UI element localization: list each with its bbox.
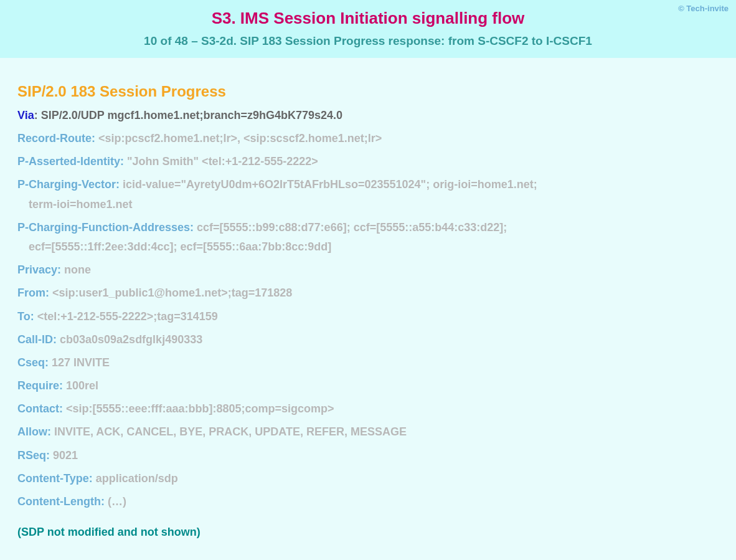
content-area: SIP/2.0 183 Session Progress Via: SIP/2.… — [0, 58, 736, 560]
sip-header-value-cont: ecf=[5555::1ff:2ee:3dd:4cc]; ecf=[5555::… — [17, 239, 719, 255]
sip-header-line: P-Charging-Vector: icid-value="AyretyU0d… — [17, 177, 719, 212]
sip-header-value: <sip:[5555::eee:fff:aaa:bbb]:8805;comp=s… — [66, 402, 334, 415]
sip-response-title: SIP/2.0 183 Session Progress — [17, 83, 719, 100]
sip-header-value: (…) — [108, 495, 126, 508]
sip-header-value: none — [64, 263, 91, 276]
sip-header-line: Require: 100rel — [17, 378, 719, 394]
header-banner: © Tech-invite S3. IMS Session Initiation… — [0, 0, 736, 58]
sip-header-line: P-Charging-Function-Addresses: ccf=[5555… — [17, 220, 719, 255]
sip-header-value: 9021 — [53, 449, 78, 462]
sip-header-key: P-Charging-Function-Addresses — [17, 221, 190, 234]
sip-header-key: Privacy — [17, 263, 57, 276]
sip-headers-list: Record-Route: <sip:pcscf2.home1.net;lr>,… — [17, 131, 719, 510]
copyright-text: © Tech-invite — [678, 4, 729, 13]
sip-header-key: To — [17, 310, 31, 323]
sip-header-value: <sip:pcscf2.home1.net;lr>, <sip:scscf2.h… — [98, 132, 382, 145]
sip-header-key: RSeq — [17, 449, 46, 462]
sip-header-value: INVITE, ACK, CANCEL, BYE, PRACK, UPDATE,… — [54, 425, 407, 438]
sip-header-line: From: <sip:user1_public1@home1.net>;tag=… — [17, 285, 719, 301]
page-subtitle: 10 of 48 – S3-2d. SIP 183 Session Progre… — [12, 34, 724, 48]
sip-header-key: Record-Route — [17, 132, 92, 145]
sip-header-key: Require — [17, 379, 59, 392]
sip-header-key: P-Asserted-Identity — [17, 155, 120, 168]
sip-header-value: cb03a0s09a2sdfglkj490333 — [60, 333, 202, 346]
sip-header-key: From — [17, 287, 45, 299]
sip-header-key: Contact — [17, 402, 59, 415]
sip-header-key: Allow — [17, 425, 47, 438]
via-key: Via — [17, 109, 34, 121]
sip-header-line: To: <tel:+1-212-555-2222>;tag=314159 — [17, 309, 719, 325]
sip-header-line: Contact: <sip:[5555::eee:fff:aaa:bbb]:88… — [17, 401, 719, 417]
sip-header-value: application/sdp — [96, 472, 178, 485]
via-header-line: Via: SIP/2.0/UDP mgcf1.home1.net;branch=… — [17, 109, 719, 122]
sip-header-key: Call-ID — [17, 333, 53, 346]
sip-header-key: P-Charging-Vector — [17, 178, 116, 191]
sip-header-value: <sip:user1_public1@home1.net>;tag=171828 — [52, 287, 292, 299]
page-title: S3. IMS Session Initiation signalling fl… — [12, 9, 724, 28]
sip-header-value: ccf=[5555::b99:c88:d77:e66]; ccf=[5555::… — [197, 221, 507, 234]
sip-header-value: <tel:+1-212-555-2222>;tag=314159 — [37, 310, 218, 323]
sip-header-value: icid-value="AyretyU0dm+6O2IrT5tAFrbHLso=… — [123, 178, 537, 191]
sip-header-line: Record-Route: <sip:pcscf2.home1.net;lr>,… — [17, 131, 719, 146]
sip-header-line: RSeq: 9021 — [17, 448, 719, 463]
sip-header-key: Content-Length — [17, 495, 101, 508]
sip-header-value: 127 INVITE — [52, 356, 110, 369]
sip-header-value-cont: term-ioi=home1.net — [17, 197, 719, 212]
sip-header-key: Content-Type — [17, 472, 89, 485]
sip-header-line: Content-Type: application/sdp — [17, 471, 719, 486]
sip-header-key: Cseq — [17, 356, 45, 369]
sdp-footer-note: (SDP not modified and not shown) — [17, 526, 719, 539]
sip-header-line: Privacy: none — [17, 262, 719, 278]
sip-header-value: "John Smith" <tel:+1-212-555-2222> — [127, 155, 318, 168]
sip-header-line: Call-ID: cb03a0s09a2sdfglkj490333 — [17, 332, 719, 348]
sip-header-line: Allow: INVITE, ACK, CANCEL, BYE, PRACK, … — [17, 424, 719, 440]
via-value: SIP/2.0/UDP mgcf1.home1.net;branch=z9hG4… — [41, 109, 342, 121]
sip-header-value: 100rel — [66, 379, 98, 392]
sip-header-line: Content-Length: (…) — [17, 494, 719, 510]
sip-header-line: Cseq: 127 INVITE — [17, 355, 719, 371]
sip-header-line: P-Asserted-Identity: "John Smith" <tel:+… — [17, 154, 719, 169]
